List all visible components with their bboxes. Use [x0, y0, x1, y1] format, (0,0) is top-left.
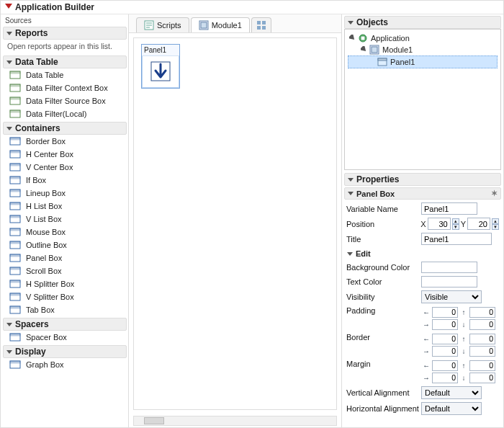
padding-grid: ← ↑ → ↓: [421, 306, 495, 330]
tree-expand-icon[interactable]: [349, 35, 356, 42]
palette-item-label: H List Box: [26, 202, 62, 210]
border-right-input[interactable]: [432, 346, 458, 357]
palette-item[interactable]: Graph Box: [3, 358, 127, 371]
palette-item-label: Graph Box: [26, 360, 64, 369]
padding-right-input[interactable]: [432, 319, 458, 330]
properties-panel: Properties Panel Box ✶ Variable Name Pos…: [344, 173, 501, 416]
prop-title: Title: [344, 231, 501, 246]
tab-module1[interactable]: Module1: [191, 17, 250, 32]
palette-item[interactable]: H Center Box: [3, 148, 127, 161]
margin-left-input[interactable]: [432, 360, 458, 371]
text-color-swatch[interactable]: [421, 276, 477, 287]
box-icon: [9, 175, 22, 185]
box-icon: [9, 162, 22, 172]
prop-label: Variable Name: [346, 205, 421, 213]
palette-item[interactable]: Outline Box: [3, 238, 127, 251]
margin-grid: ← ↑ → ↓: [421, 360, 495, 383]
palette-item[interactable]: Mouse Box: [3, 226, 127, 238]
margin-top-input[interactable]: [469, 360, 495, 371]
object-tree[interactable]: Application Module1 Panel1: [344, 29, 501, 170]
palette-item[interactable]: Data Filter Context Box: [3, 81, 127, 94]
palette-item[interactable]: V Center Box: [3, 161, 127, 174]
horizontal-alignment-select[interactable]: Default: [421, 402, 482, 415]
variable-name-input[interactable]: [421, 202, 477, 215]
canvas-panel1[interactable]: Panel1: [141, 44, 180, 89]
palette-item[interactable]: Data Table: [3, 68, 127, 81]
tree-row-panel1[interactable]: Panel1: [348, 55, 498, 68]
canvas-h-scrollbar[interactable]: [133, 416, 337, 426]
edit-subsection[interactable]: Edit: [344, 249, 501, 259]
palette-item[interactable]: Spacer Box: [3, 331, 127, 344]
section-header-spacers[interactable]: Spacers: [3, 318, 127, 331]
disclosure-icon[interactable]: [5, 4, 12, 11]
position-x-label: X: [420, 220, 426, 228]
module-icon: [199, 20, 209, 30]
svg-marker-0: [5, 4, 12, 9]
margin-right-input[interactable]: [432, 373, 458, 383]
tab-view-options[interactable]: [251, 17, 271, 32]
box-icon: [9, 332, 22, 342]
tab-module1-label: Module1: [212, 21, 242, 30]
prop-vertical-alignment: Vertical Alignment Default: [344, 385, 501, 401]
tabstrip: Scripts Module1: [129, 14, 341, 33]
tree-expand-icon[interactable]: [361, 46, 368, 53]
chevron-down-icon: [348, 21, 354, 24]
section-header-properties[interactable]: Properties: [344, 173, 501, 186]
border-left-input[interactable]: [432, 334, 458, 344]
prop-variable-name: Variable Name: [344, 201, 501, 216]
section-header-containers[interactable]: Containers: [3, 122, 127, 135]
palette-item[interactable]: Scroll Box: [3, 264, 127, 277]
vertical-alignment-select[interactable]: Default: [421, 386, 482, 399]
palette-item[interactable]: Lineup Box: [3, 187, 127, 200]
arrow-right-icon: →: [421, 374, 431, 382]
margin-bottom-input[interactable]: [469, 373, 495, 383]
palette-item[interactable]: If Box: [3, 174, 127, 187]
palette-item-label: V List Box: [26, 215, 62, 223]
palette-item[interactable]: Data Filter Source Box: [3, 94, 127, 107]
palette-item[interactable]: Tab Box: [3, 303, 127, 316]
prop-label: Border: [346, 333, 421, 342]
position-y-spinner[interactable]: ▲▼: [492, 218, 499, 230]
box-icon: [9, 149, 22, 159]
canvas-panel: Scripts Module1 Panel1: [129, 14, 342, 427]
box-icon: [9, 109, 22, 119]
position-x-spinner[interactable]: ▲▼: [452, 218, 459, 230]
visibility-select[interactable]: Visible: [421, 290, 482, 303]
palette-item[interactable]: Panel Box: [3, 251, 127, 264]
palette-item-label: If Box: [26, 176, 46, 184]
arrow-left-icon: ←: [421, 362, 431, 370]
prop-label: Margin: [346, 360, 421, 368]
palette-item[interactable]: V Splitter Box: [3, 290, 127, 303]
tree-row-module1[interactable]: Module1: [348, 44, 498, 55]
palette-item-label: Data Filter Source Box: [26, 97, 106, 105]
section-header-data-table[interactable]: Data Table: [3, 55, 127, 68]
padding-left-input[interactable]: [432, 307, 458, 318]
palette-item[interactable]: H Splitter Box: [3, 277, 127, 290]
title-input[interactable]: [421, 233, 492, 245]
border-bottom-input[interactable]: [469, 346, 495, 357]
arrow-right-icon: →: [421, 347, 431, 355]
background-color-swatch[interactable]: [421, 262, 477, 273]
tree-row-application[interactable]: Application: [348, 32, 498, 44]
edit-label: Edit: [356, 249, 371, 258]
padding-bottom-input[interactable]: [469, 319, 495, 330]
padding-top-input[interactable]: [469, 307, 495, 318]
section-header-objects[interactable]: Objects: [344, 16, 501, 29]
section-header-display[interactable]: Display: [3, 345, 127, 358]
section-spacers: Spacers Spacer Box: [3, 318, 127, 344]
palette-item[interactable]: H List Box: [3, 200, 127, 213]
palette-item[interactable]: V List Box: [3, 213, 127, 226]
position-x-input[interactable]: [428, 218, 451, 230]
box-icon: [9, 83, 22, 93]
tab-scripts[interactable]: Scripts: [136, 17, 189, 32]
scrollbar-thumb[interactable]: [144, 417, 164, 424]
section-header-reports[interactable]: Reports: [3, 27, 127, 40]
properties-subheader[interactable]: Panel Box ✶: [344, 187, 501, 200]
border-top-input[interactable]: [469, 334, 495, 344]
palette-item[interactable]: Border Box: [3, 135, 127, 148]
border-grid: ← ↑ → ↓: [421, 333, 495, 357]
palette-item[interactable]: Data Filter(Local): [3, 107, 127, 120]
prop-horizontal-alignment: Horizontal Alignment Default: [344, 401, 501, 416]
position-y-input[interactable]: [467, 218, 490, 230]
design-canvas[interactable]: Panel1: [133, 37, 337, 410]
